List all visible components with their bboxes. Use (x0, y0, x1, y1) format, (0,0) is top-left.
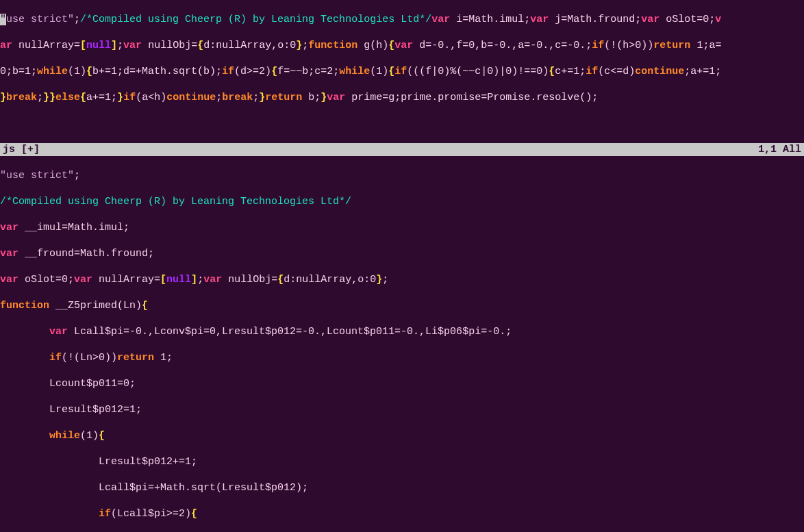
code-line: var oSlot=0;var nullArray=[null];var nul… (0, 273, 804, 286)
code-line: Lcall$pi=+Math.sqrt(Lresult$p012); (0, 481, 804, 494)
code-line: Lcount$p011=0; (0, 377, 804, 390)
code-line: }break;}}else{a+=1;}if(a<h)continue;brea… (0, 91, 804, 104)
code-line: Lresult$p012=1; (0, 403, 804, 416)
code-line: "use strict";/*Compiled using Cheerp (R)… (0, 13, 804, 26)
code-line: function __Z5primed(Ln){ (0, 299, 804, 312)
blank-line (0, 117, 804, 130)
code-line: Lresult$p012+=1; (0, 455, 804, 468)
code-line: while(1){ (0, 429, 804, 442)
code-line: if(!(Ln>0))return 1; (0, 351, 804, 364)
scroll-status: All (783, 144, 801, 155)
status-bar: js [+] 1,1 All (0, 143, 804, 156)
top-editor-pane[interactable]: "use strict";/*Compiled using Cheerp (R)… (0, 0, 804, 143)
code-line: /*Compiled using Cheerp (R) by Leaning T… (0, 195, 804, 208)
bottom-editor-pane[interactable]: "use strict"; /*Compiled using Cheerp (R… (0, 156, 804, 532)
code-line: var Lcall$pi=-0.,Lconv$pi=0,Lresult$p012… (0, 325, 804, 338)
code-line: 0;b=1;while(1){b+=1;d=+Math.sqrt(b);if(d… (0, 65, 804, 78)
cursor-position: 1,1 (758, 144, 777, 155)
code-line: var __imul=Math.imul; (0, 221, 804, 234)
code-line: if(Lcall$pi>=2){ (0, 507, 804, 520)
cursor: " (0, 14, 6, 25)
code-line: ar nullArray=[null];var nullObj={d:nullA… (0, 39, 804, 52)
code-line: "use strict"; (0, 169, 804, 182)
code-line: var __fround=Math.fround; (0, 247, 804, 260)
file-status: js [+] (3, 143, 40, 156)
